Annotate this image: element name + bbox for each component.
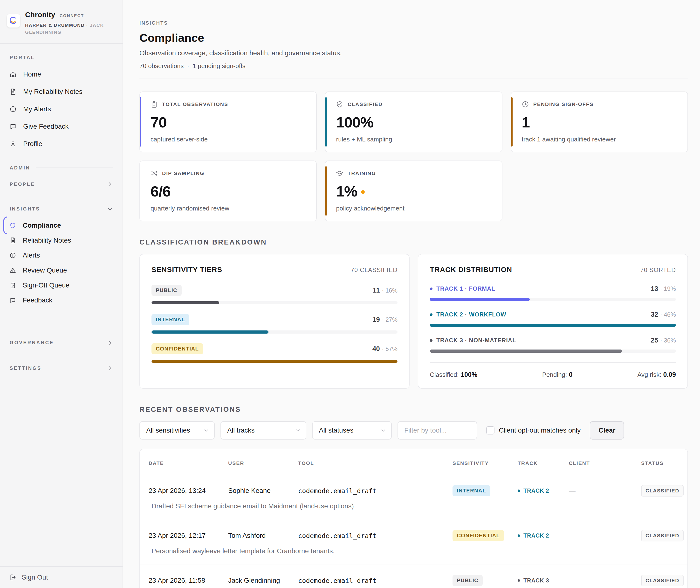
sidebar-item-label: My Alerts [23, 105, 51, 113]
stat-caption: captured server-side [151, 136, 306, 143]
sidebar-item-signoff-queue[interactable]: Sign-Off Queue [10, 278, 113, 293]
track-bar [430, 298, 676, 301]
track-pct: 19% [664, 285, 676, 292]
track-filter-select[interactable]: All tracks [220, 421, 306, 440]
chevron-right-icon [107, 366, 113, 371]
track-row-1: TRACK 1 · FORMAL 13 · 19% [430, 285, 676, 301]
document-icon [10, 237, 16, 243]
sidebar-item-label: Sign-Off Queue [23, 281, 69, 289]
track-pct: 46% [664, 311, 676, 318]
tenant-user-line: HARPER & DRUMMOND · JACK GLENDINNING [25, 22, 105, 36]
observation-count: 70 observations [139, 62, 184, 70]
column-header-sensitivity: SENSITIVITY [453, 460, 518, 466]
sidebar-group-insights[interactable]: INSIGHTS [10, 202, 113, 216]
stat-caption: rules + ML sampling [336, 136, 491, 143]
chat-bubble-icon [10, 297, 16, 304]
track-count: 25 [651, 337, 658, 344]
clipboard-check-icon [10, 282, 16, 288]
stat-cards: TOTAL OBSERVATIONS 70 captured server-si… [139, 91, 688, 221]
sidebar-item-label: Give Feedback [23, 123, 69, 130]
tier-pct: 16% [385, 287, 398, 294]
table-row: 23 Apr 2026, 12:17 Tom Ashford codemode.… [140, 520, 687, 565]
status-filter-select[interactable]: All statuses [312, 421, 392, 440]
tool-filter-input[interactable] [398, 421, 477, 440]
stat-value: 70 [151, 114, 306, 131]
sidebar-item-give-feedback[interactable]: Give Feedback [10, 118, 113, 135]
card-title: SENSITIVITY TIERS [151, 265, 222, 274]
column-header-track: TRACK [518, 460, 569, 466]
track-count: 13 [651, 285, 658, 292]
sidebar: Chronity CONNECT HARPER & DRUMMOND · JAC… [0, 0, 123, 588]
sidebar-group-governance[interactable]: GOVERNANCE [10, 336, 113, 350]
accent-strip [325, 166, 327, 215]
sidebar-item-label: Compliance [23, 221, 61, 229]
stat-value: 1% [336, 183, 491, 200]
sidebar-item-feedback[interactable]: Feedback [10, 293, 113, 308]
tier-count: 19 [372, 316, 380, 323]
clipboard-icon [151, 101, 158, 108]
divider [36, 167, 113, 168]
observation-track: TRACK 2 [518, 533, 569, 539]
sidebar-item-home[interactable]: Home [10, 66, 113, 83]
sidebar-item-label: My Reliability Notes [23, 88, 82, 96]
tier-badge: CONFIDENTIAL [151, 343, 203, 354]
chevron-right-icon [107, 340, 113, 346]
tier-bar-fill [151, 331, 268, 334]
track-label: TRACK 1 · FORMAL [436, 285, 495, 292]
client-optout-toggle[interactable]: Client opt-out matches only [486, 426, 581, 435]
sidebar-group-people[interactable]: PEOPLE [10, 177, 113, 191]
main-content: INSIGHTS Compliance Observation coverage… [123, 0, 700, 588]
observation-description: Looked up RICS professional guidance not… [149, 586, 679, 588]
track-dot [518, 579, 520, 582]
column-header-date: DATE [149, 460, 228, 466]
sidebar-item-compliance[interactable]: Compliance [10, 218, 113, 233]
sidebar-group-settings[interactable]: SETTINGS [10, 361, 113, 375]
sidebar-item-review-queue[interactable]: Review Queue [10, 263, 113, 278]
pending-signoffs-count: 1 pending sign-offs [192, 62, 245, 70]
table-header-row: DATE USER TOOL SENSITIVITY TRACK CLIENT … [140, 449, 687, 475]
sidebar-item-alerts[interactable]: Alerts [10, 248, 113, 263]
track-label: TRACK 2 · WORKFLOW [436, 311, 506, 318]
sidebar-item-reliability-notes[interactable]: Reliability Notes [10, 233, 113, 248]
track-bar [430, 324, 676, 327]
checkbox-icon[interactable] [486, 426, 494, 435]
tier-badge: INTERNAL [151, 314, 189, 325]
clear-filters-button[interactable]: Clear [590, 421, 624, 440]
stat-label: TOTAL OBSERVATIONS [162, 101, 228, 107]
observations-table: DATE USER TOOL SENSITIVITY TRACK CLIENT … [139, 449, 688, 588]
stat-card-training: TRAINING 1% policy acknowledgement [325, 160, 502, 221]
page-subtitle: Observation coverage, classification hea… [139, 49, 688, 57]
status-badge: CLASSIFIED [641, 485, 684, 497]
sidebar-item-profile[interactable]: Profile [10, 135, 113, 152]
sign-out-button[interactable]: Sign Out [0, 566, 123, 588]
accent-strip [511, 97, 513, 146]
track-bar-fill [430, 324, 676, 327]
stat-value: 100% [336, 114, 491, 131]
tier-count: 40 [372, 345, 380, 353]
page-title: Compliance [139, 31, 688, 44]
accent-strip [325, 97, 327, 146]
sidebar-item-my-reliability-notes[interactable]: My Reliability Notes [10, 83, 113, 100]
sensitivity-filter-select[interactable]: All sensitivities [139, 421, 215, 440]
observation-user: Jack Glendinning [228, 577, 298, 584]
track-dot [430, 313, 432, 316]
sidebar-item-my-alerts[interactable]: My Alerts [10, 100, 113, 118]
sidebar-item-label: Reliability Notes [23, 236, 71, 244]
sensitivity-tiers-card: SENSITIVITY TIERS 70 CLASSIFIED PUBLIC 1… [139, 254, 410, 389]
chevron-down-icon [204, 428, 209, 433]
portal-section-label: PORTAL [10, 55, 113, 60]
header-divider [139, 78, 688, 78]
stat-card-dip-sampling: DIP SAMPLING 6/6 quarterly randomised re… [139, 160, 317, 221]
track-label: TRACK 3 · NON-MATERIAL [436, 337, 516, 344]
observation-client: — [569, 487, 641, 495]
card-title: TRACK DISTRIBUTION [430, 265, 512, 274]
recent-observations-heading: RECENT OBSERVATIONS [139, 406, 688, 414]
stat-card-classified: CLASSIFIED 100% rules + ML sampling [325, 91, 502, 152]
status-badge: CLASSIFIED [641, 575, 684, 586]
tier-row-internal: INTERNAL 19 · 27% [151, 314, 398, 334]
shield-icon [10, 222, 16, 228]
track-dot [518, 490, 520, 492]
selected-value: All statuses [319, 427, 353, 434]
track-dot [518, 534, 520, 537]
observation-date: 23 Apr 2026, 11:58 [149, 577, 228, 584]
